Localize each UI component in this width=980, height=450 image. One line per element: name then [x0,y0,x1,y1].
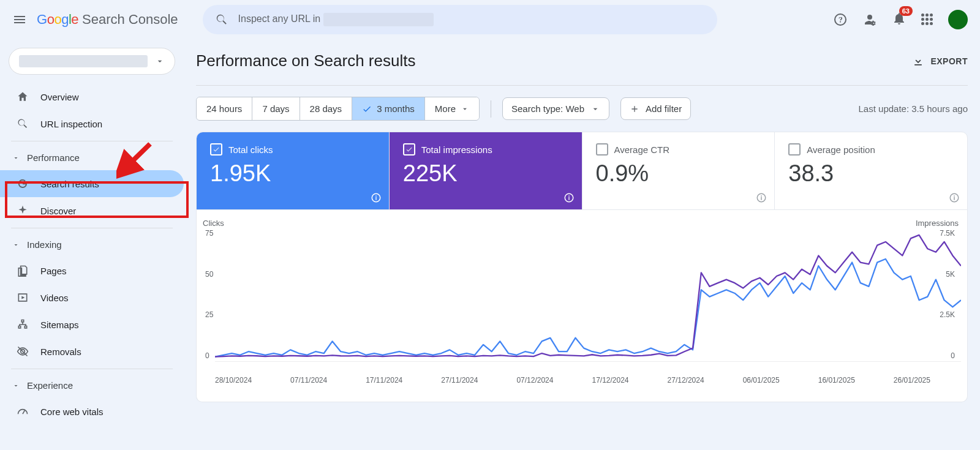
metric-total-impressions[interactable]: Total impressions 225K [390,132,582,209]
filter-row: 24 hours 7 days 28 days 3 months More Se… [196,86,968,132]
metric-value: 1.95K [210,160,375,187]
menu-icon[interactable] [7,7,32,32]
sidebar-group-label: Performance [27,152,80,163]
sidebar-item-core-web-vitals[interactable]: Core web vitals [0,398,184,425]
range-28d[interactable]: 28 days [300,97,353,120]
sidebar-group-label: Indexing [27,239,62,250]
sidebar-item-url-inspection[interactable]: URL inspection [0,110,184,137]
chevron-down-icon [461,105,469,113]
y-tick-left: 0 [205,351,209,360]
sidebar-item-discover[interactable]: Discover [0,197,184,224]
metric-total-clicks[interactable]: Total clicks 1.95K [197,132,390,209]
right-axis-label: Impressions [916,219,959,228]
search-placeholder: Inspect any URL in [238,13,321,24]
sidebar-item-label: Overview [40,92,79,102]
download-icon [912,55,924,67]
x-tick: 07/11/2024 [290,376,327,384]
help-icon[interactable] [833,12,848,27]
info-icon[interactable] [564,192,575,203]
y-tick-left: 25 [205,310,213,319]
date-range-segmented: 24 hours 7 days 28 days 3 months More [196,97,480,121]
last-update-label: Last update: 3.5 hours ago [859,103,968,114]
sidebar-item-label: Discover [40,206,76,216]
metric-average-position[interactable]: Average position 38.3 [775,132,967,209]
y-tick-right: 5K [946,270,955,279]
export-button[interactable]: EXPORT [912,55,968,67]
y-tick-left: 75 [205,229,213,238]
info-icon[interactable] [371,192,382,203]
notifications-button[interactable]: 63 [892,11,907,28]
range-7d[interactable]: 7 days [252,97,300,120]
product-logo[interactable]: Google Search Console [37,12,178,28]
redacted-site [323,13,434,26]
search-type-filter[interactable]: Search type: Web [502,97,609,120]
y-tick-right: 7.5K [940,229,955,238]
google-g-icon [17,178,29,190]
x-tick: 06/01/2025 [743,376,780,384]
users-settings-icon[interactable] [862,12,877,27]
sidebar-group-label: Experience [27,380,73,391]
plus-icon [630,104,639,114]
chevron-down-icon [12,382,20,389]
x-axis-ticks: 28/10/202407/11/202417/11/202427/11/2024… [215,376,930,384]
main-content: Performance on Search results EXPORT 24 … [196,44,968,450]
url-inspect-search[interactable]: Inspect any URL in [203,5,717,34]
range-more[interactable]: More [425,97,479,120]
performance-chart: Clicks Impressions 0255075 02.5K5K7.5K 2… [196,210,968,402]
metric-value: 38.3 [788,160,954,187]
left-axis-label: Clicks [203,219,224,228]
sidebar-item-label: Search results [40,179,99,189]
sidebar-item-removals[interactable]: Removals [0,338,184,365]
info-icon[interactable] [949,192,960,203]
sidebar-item-search-results[interactable]: Search results [0,170,184,197]
x-tick: 17/12/2024 [592,376,628,384]
range-3m[interactable]: 3 months [352,97,425,120]
y-tick-right: 2.5K [940,310,955,319]
x-tick: 26/01/2025 [894,376,930,384]
sidebar-item-label: URL inspection [40,119,102,129]
notifications-count: 63 [899,6,913,16]
product-name: Search Console [82,12,178,28]
chevron-down-icon [590,104,600,114]
redacted-property [19,55,148,67]
chart-canvas [215,233,961,362]
y-tick-left: 50 [205,270,213,279]
sidebar-item-sitemaps[interactable]: Sitemaps [0,311,184,338]
page-title: Performance on Search results [196,51,415,70]
y-tick-right: 0 [951,351,955,360]
account-avatar[interactable] [948,10,968,29]
sidebar-group-performance[interactable]: Performance [0,145,184,170]
info-icon[interactable] [756,192,767,203]
sidebar-item-label: Pages [40,266,67,276]
chevron-down-icon [12,241,20,249]
x-tick: 27/11/2024 [441,376,478,384]
sidebar-group-indexing[interactable]: Indexing [0,232,184,257]
property-selector[interactable] [9,48,175,75]
pages-icon [17,264,29,277]
divider [491,100,491,118]
sitemap-icon [17,318,29,331]
range-24h[interactable]: 24 hours [197,97,252,120]
sidebar-group-experience[interactable]: Experience [0,373,184,398]
x-tick: 17/11/2024 [366,376,402,384]
app-header: Google Search Console Inspect any URL in… [0,0,980,39]
sidebar: Overview URL inspection Performance Sear… [0,44,184,450]
search-icon [17,118,29,130]
divider [11,141,173,141]
apps-icon[interactable] [921,13,933,26]
export-label: EXPORT [930,56,968,66]
sidebar-item-videos[interactable]: Videos [0,284,184,311]
metric-average-ctr[interactable]: Average CTR 0.9% [582,132,775,209]
chevron-down-icon [12,154,20,162]
add-filter-button[interactable]: Add filter [620,97,691,120]
divider [11,228,173,228]
sidebar-item-label: Core web vitals [40,407,104,417]
check-icon [362,104,372,114]
x-tick: 27/12/2024 [668,376,704,384]
sidebar-item-overview[interactable]: Overview [0,83,184,110]
sparkle-icon [17,204,29,217]
sidebar-item-pages[interactable]: Pages [0,257,184,284]
check-icon [213,146,220,153]
home-icon [17,91,29,103]
metric-value: 225K [403,160,568,187]
